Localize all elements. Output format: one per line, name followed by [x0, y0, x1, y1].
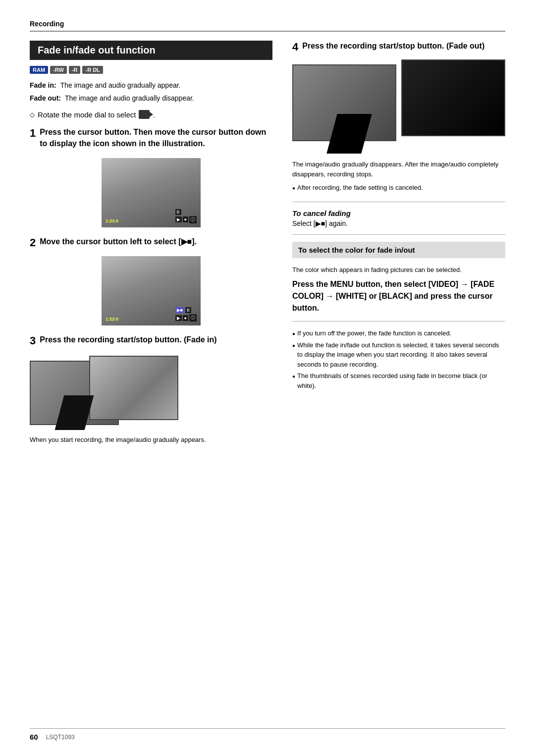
step-2-cam-ui: ▶■ B ▶ ● ⓘ 1:23:0: [102, 256, 201, 325]
step-1: 1 Press the cursor button. Then move the…: [30, 127, 272, 227]
def-desc-fadeout: The image and audio gradually disappear.: [65, 94, 194, 104]
cancel-fading-section: To cancel fading Select [▶■] again.: [292, 209, 505, 227]
step-1-cam-icon-circle: ●: [183, 216, 188, 222]
step-4-img-b: [401, 59, 505, 136]
step-2-cam-icon-b: B: [185, 307, 191, 313]
section-title-box: Fade in/fade out function: [30, 41, 272, 60]
color-section-box: To select the color for fade in/out: [292, 242, 505, 258]
step-3-img-b: [89, 356, 178, 420]
step-2-time: 1:23:0: [106, 317, 118, 322]
diamond-icon: ◇: [30, 111, 35, 118]
media-badges: RAM -RW -R -R DL: [30, 66, 272, 74]
section-label: Recording: [30, 20, 505, 28]
bottom-bullet-2: While the fade in/fade out function is s…: [292, 340, 505, 370]
bottom-bullet-3-text: The thumbnails of scenes recorded using …: [297, 371, 505, 390]
page-number: 60: [30, 733, 38, 741]
step-1-icon-row-2: ▶ ● ⓘ: [175, 216, 197, 223]
page-footer: 60 LSQT1093: [30, 728, 505, 741]
step-4-bullet: After recording, the fade setting is can…: [292, 183, 505, 193]
menu-instruction: Press the MENU button, then select [VIDE…: [292, 278, 505, 314]
step-1-time: 1:23:0: [106, 218, 118, 223]
def-term-fadeout: Fade out:: [30, 94, 61, 104]
step-2-image-wrap: ▶■ B ▶ ● ⓘ 1:23:0: [30, 256, 272, 325]
bottom-bullet-3: The thumbnails of scenes recorded using …: [292, 371, 505, 390]
step-1-cam-icon-b: B: [175, 209, 181, 215]
step-2-heading: Move the cursor button left to select [▶…: [40, 236, 197, 247]
step-4-composite-image: [292, 59, 505, 154]
step-2-cam-icon-circle: ●: [183, 315, 188, 321]
badge-rdl: -R DL: [82, 66, 103, 74]
definition-list: Fade in: The image and audio gradually a…: [30, 81, 272, 103]
bottom-bullet-1-text: If you turn off the power, the fade func…: [297, 328, 451, 338]
cancel-fading-text: Select [▶■] again.: [292, 219, 505, 227]
step-1-num: 1: [30, 127, 36, 140]
step-1-cam-overlay: B ▶ ● ⓘ: [175, 209, 197, 223]
step-2-cam-overlay: ▶■ B ▶ ● ⓘ: [175, 307, 197, 322]
step-1-cam-icon-info: ⓘ: [189, 216, 197, 223]
divider-1: [292, 202, 505, 202]
def-desc-fadein: The image and audio gradually appear.: [60, 81, 181, 91]
two-col-layout: Fade in/fade out function RAM -RW -R -R …: [30, 41, 505, 453]
step-4: 4 Press the recording start/stop button.…: [292, 41, 505, 193]
step-2-cam-icon-info: ⓘ: [189, 314, 197, 322]
left-column: Fade in/fade out function RAM -RW -R -R …: [30, 41, 272, 453]
step-1-heading: Press the cursor button. Then move the c…: [40, 127, 272, 149]
badge-rw: -RW: [50, 66, 67, 74]
step-3: 3 Press the recording start/stop button.…: [30, 334, 272, 444]
top-rule: [30, 31, 505, 32]
step-2-cam-icon-fade: ▶■: [175, 307, 184, 313]
rotate-note-text: Rotate the mode dial to select: [38, 110, 136, 119]
step-3-num: 3: [30, 334, 36, 347]
step-1-icon-row-1: B: [175, 209, 197, 215]
cancel-fading-title: To cancel fading: [292, 209, 505, 217]
step-4-caption1: The image/audio gradually disappears. Af…: [292, 160, 505, 179]
step-2: 2 Move the cursor button left to select …: [30, 236, 272, 325]
right-column: 4 Press the recording start/stop button.…: [292, 41, 505, 392]
step-3-composite-image: [30, 356, 178, 430]
step-4-heading-row: 4 Press the recording start/stop button.…: [292, 41, 505, 56]
divider-3: [292, 321, 505, 322]
step-3-heading-row: 3 Press the recording start/stop button.…: [30, 334, 272, 350]
bottom-bullet-1: If you turn off the power, the fade func…: [292, 328, 505, 338]
divider-2: [292, 234, 505, 235]
badge-ram: RAM: [30, 66, 48, 74]
bottom-bullet-2-text: While the fade in/fade out function is s…: [297, 340, 505, 370]
rotate-note: ◇ Rotate the mode dial to select .: [30, 110, 272, 119]
def-term-fadein: Fade in:: [30, 81, 56, 91]
page-container: Recording Fade in/fade out function RAM …: [0, 0, 535, 756]
step-4-heading: Press the recording start/stop button. (…: [302, 41, 484, 52]
step-1-cam-icon-play: ▶: [175, 216, 182, 222]
step-2-cam-icon-play: ▶: [175, 315, 182, 321]
doc-code: LSQT1093: [46, 734, 75, 741]
step-1-heading-row: 1 Press the cursor button. Then move the…: [30, 127, 272, 154]
step-2-num: 2: [30, 236, 36, 249]
step-1-image-wrap: B ▶ ● ⓘ 1:23:0: [30, 158, 272, 227]
bottom-notes: If you turn off the power, the fade func…: [292, 328, 505, 390]
step-2-heading-row: 2 Move the cursor button left to select …: [30, 236, 272, 252]
step-2-icon-row-2: ▶ ● ⓘ: [175, 314, 197, 322]
step-1-cam-ui: B ▶ ● ⓘ 1:23:0: [102, 158, 201, 227]
step-2-icon-row-1: ▶■ B: [175, 307, 197, 313]
color-box-title: To select the color for fade in/out: [298, 246, 499, 254]
step-3-caption: When you start recording, the image/audi…: [30, 435, 272, 445]
step-3-heading: Press the recording start/stop button. (…: [40, 334, 216, 345]
video-mode-icon: [139, 110, 150, 119]
def-fade-out: Fade out: The image and audio gradually …: [30, 94, 272, 104]
color-box-intro: The color which appears in fading pictur…: [292, 265, 505, 275]
badge-r: -R: [69, 66, 81, 74]
step-4-num: 4: [292, 41, 298, 54]
def-fade-in: Fade in: The image and audio gradually a…: [30, 81, 272, 91]
step-4-bullet-text: After recording, the fade setting is can…: [297, 183, 423, 193]
